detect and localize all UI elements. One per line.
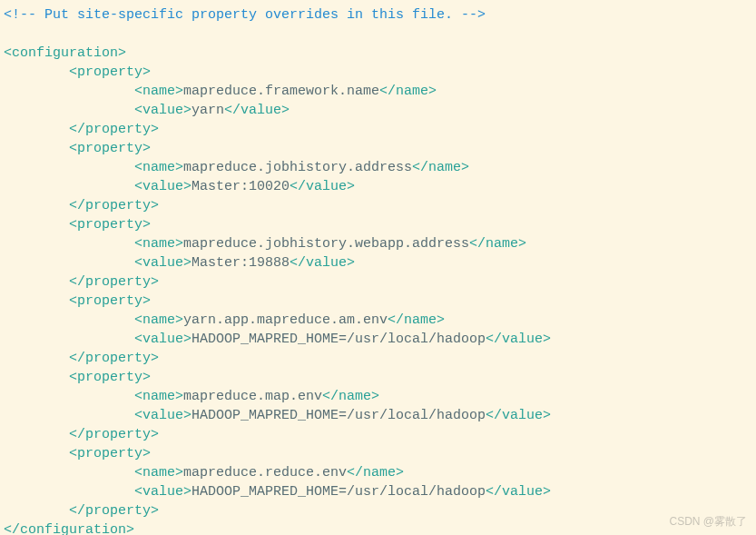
property-value: HADOOP_MAPRED_HOME=/usr/local/hadoop [191, 408, 486, 423]
property-open-tag: <property> [69, 370, 151, 385]
property-name: mapreduce.jobhistory.webapp.address [183, 236, 469, 252]
property-name: mapreduce.jobhistory.address [183, 160, 412, 175]
property-name: mapreduce.map.env [183, 389, 322, 404]
value-close-tag: </value> [290, 255, 355, 271]
property-close-tag: </property> [69, 274, 159, 290]
name-open-tag: <name> [134, 389, 183, 404]
name-close-tag: </name> [412, 160, 469, 175]
property-value: Master:19888 [191, 255, 290, 271]
name-open-tag: <name> [134, 160, 183, 175]
xml-comment: <!-- Put site-specific property override… [4, 7, 486, 23]
name-close-tag: </name> [388, 312, 445, 328]
value-open-tag: <value> [134, 103, 191, 118]
name-open-tag: <name> [134, 312, 183, 328]
value-open-tag: <value> [134, 484, 191, 500]
name-close-tag: </name> [322, 389, 379, 404]
value-close-tag: </value> [486, 484, 551, 500]
property-value: HADOOP_MAPRED_HOME=/usr/local/hadoop [191, 484, 486, 500]
name-open-tag: <name> [134, 236, 183, 252]
property-name: mapreduce.reduce.env [183, 465, 347, 481]
name-open-tag: <name> [134, 465, 183, 481]
xml-code-block: <!-- Put site-specific property override… [4, 5, 752, 535]
name-open-tag: <name> [134, 84, 183, 99]
property-open-tag: <property> [69, 217, 151, 233]
name-close-tag: </name> [469, 236, 526, 252]
value-open-tag: <value> [134, 255, 191, 271]
value-close-tag: </value> [486, 332, 551, 347]
property-name: yarn.app.mapreduce.am.env [183, 312, 388, 328]
property-open-tag: <property> [69, 446, 151, 461]
property-open-tag: <property> [69, 64, 151, 80]
configuration-open-tag: <configuration> [4, 45, 126, 61]
property-value: Master:10020 [191, 179, 290, 194]
value-close-tag: </value> [290, 179, 355, 194]
value-close-tag: </value> [224, 103, 290, 118]
property-close-tag: </property> [69, 198, 159, 213]
configuration-close-tag: </configuration> [4, 522, 134, 535]
name-close-tag: </name> [379, 84, 437, 99]
property-open-tag: <property> [69, 141, 151, 156]
property-close-tag: </property> [69, 351, 159, 366]
value-open-tag: <value> [134, 179, 191, 194]
property-open-tag: <property> [69, 293, 151, 309]
value-close-tag: </value> [486, 408, 551, 423]
value-open-tag: <value> [134, 332, 191, 347]
properties-container: <property> <name>mapreduce.framework.nam… [4, 63, 752, 520]
value-open-tag: <value> [134, 408, 191, 423]
property-close-tag: </property> [69, 122, 159, 137]
property-value: yarn [191, 103, 224, 118]
name-close-tag: </name> [347, 465, 404, 481]
property-close-tag: </property> [69, 427, 159, 442]
property-name: mapreduce.framework.name [183, 84, 379, 99]
property-close-tag: </property> [69, 503, 159, 519]
property-value: HADOOP_MAPRED_HOME=/usr/local/hadoop [191, 332, 486, 347]
watermark: CSDN @雾散了 [669, 514, 747, 530]
